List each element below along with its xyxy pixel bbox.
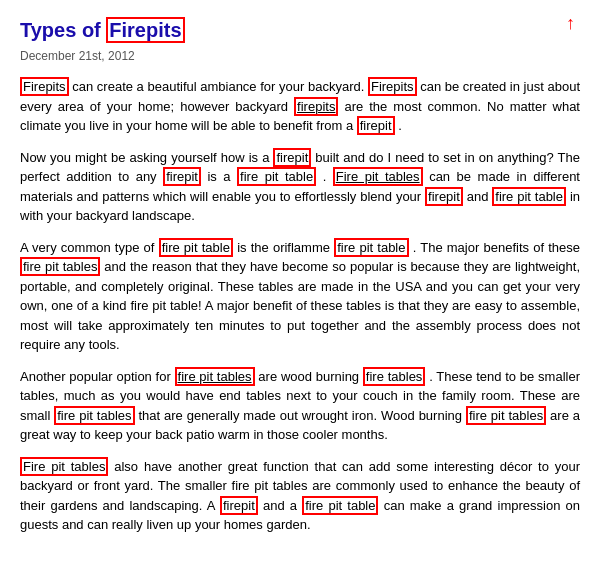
keyword-firepits-1: Firepits	[20, 77, 69, 96]
red-arrow-icon: ↑	[566, 10, 575, 37]
keyword-fire-pit-table-1: fire pit table	[237, 167, 316, 186]
keyword-fire-pit-table-2: fire pit table	[492, 187, 566, 206]
page-title: Types of Firepits	[20, 15, 580, 45]
paragraph-5: Fire pit tables also have another great …	[20, 457, 580, 535]
keyword-firepits-3: firepits	[294, 97, 338, 116]
keyword-firepit-2: firepit	[273, 148, 311, 167]
keyword-fire-pit-tables-4: fire pit tables	[54, 406, 134, 425]
article-body: Firepits can create a beautiful ambiance…	[20, 77, 580, 535]
keyword-firepits-2: Firepits	[368, 77, 417, 96]
keyword-fire-pit-table-4: fire pit table	[334, 238, 408, 257]
paragraph-2: Now you might be asking yourself how is …	[20, 148, 580, 226]
title-prefix: Types of	[20, 19, 106, 41]
keyword-firepit-5: firepit	[220, 496, 258, 515]
page-header: ↑ Types of Firepits December 21st, 2012	[20, 15, 580, 65]
keyword-fire-pit-tables-1: Fire pit tables	[333, 167, 423, 186]
keyword-firepit-1: firepit	[357, 116, 395, 135]
keyword-fire-pit-table-3: fire pit table	[159, 238, 233, 257]
paragraph-3: A very common type of fire pit table is …	[20, 238, 580, 355]
keyword-fire-pit-tables-5: fire pit tables	[466, 406, 546, 425]
keyword-firepit-3: firepit	[163, 167, 201, 186]
keyword-fire-pit-table-5: fire pit table	[302, 496, 378, 515]
paragraph-4: Another popular option for fire pit tabl…	[20, 367, 580, 445]
keyword-firepit-4: firepit	[425, 187, 463, 206]
keyword-fire-tables-1: fire tables	[363, 367, 426, 386]
keyword-fire-pit-tables-6: Fire pit tables	[20, 457, 108, 476]
keyword-fire-pit-tables-3: fire pit tables	[175, 367, 255, 386]
keyword-fire-pit-tables-2: fire pit tables	[20, 257, 100, 276]
title-highlight: Firepits	[106, 17, 184, 43]
publish-date: December 21st, 2012	[20, 47, 580, 65]
paragraph-1: Firepits can create a beautiful ambiance…	[20, 77, 580, 136]
